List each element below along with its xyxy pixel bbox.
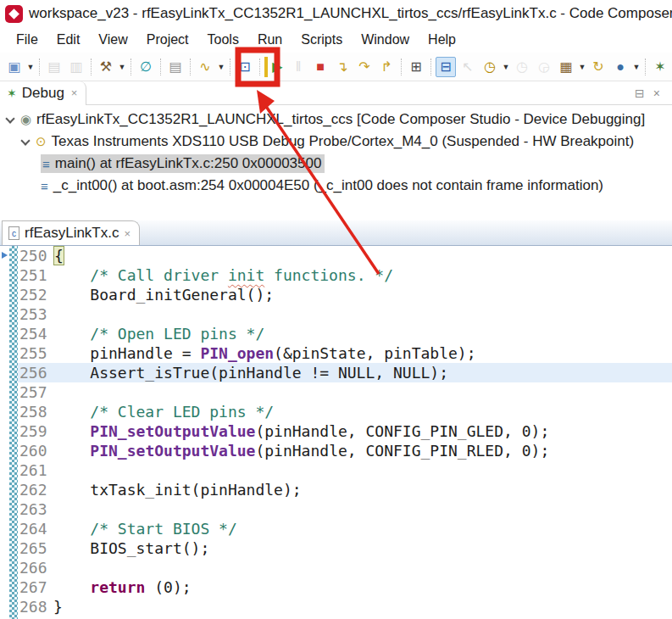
code-body[interactable]: 250{251 /* Call driver init functions. *… [18, 246, 672, 619]
expander-chevron-icon[interactable] [5, 114, 14, 123]
line-text: PIN_setOutputValue(pinHandle, CONFIG_PIN… [53, 421, 549, 441]
restore-dropdown-arrow[interactable]: ▼ [501, 63, 511, 71]
code-line-250[interactable]: 250{ [18, 246, 672, 265]
code-line-254[interactable]: 254 /* Open LED pins */ [18, 324, 672, 343]
line-number: 251 [18, 265, 53, 285]
menu-file[interactable]: File [7, 30, 47, 50]
code-line-263[interactable]: 263 [18, 499, 672, 519]
toolbar-separator [131, 59, 131, 75]
connect-target-icon[interactable]: ⊟ [436, 57, 456, 77]
debug-tab-label: Debug [22, 85, 64, 102]
tab-debug[interactable]: ✶ Debug × [0, 81, 86, 105]
debug-tab-close-icon[interactable]: × [71, 86, 78, 99]
minimize-view-icon[interactable]: ⊟ [635, 86, 645, 100]
step-return-icon[interactable]: ↱ [376, 57, 397, 77]
debug-tree-project[interactable]: ◉rfEasyLinkTx_CC1352R1_LAUNCHXL_tirtos_c… [0, 109, 672, 131]
line-number: 264 [18, 519, 53, 538]
line-text: } [53, 597, 63, 616]
tab-rfeasylinktx-c[interactable]: c rfEasyLinkTx.c × [2, 220, 140, 245]
probe-dropdown-arrow[interactable]: ▼ [216, 63, 226, 71]
debug-tree-probe-icon: ⊙ [36, 134, 47, 149]
reset-icon[interactable]: ↻ [588, 57, 608, 77]
line-text: return (0); [53, 577, 192, 597]
main-toolbar: ▣▼▤▥⚒▼∅▤∿▼⊡▶‖■↴↷↱⊞⊟↖◷▼◷◶▦▼↻●▼✶▼↘ [0, 53, 672, 81]
code-line-259[interactable]: 259 PIN_setOutputValue(pinHandle, CONFIG… [18, 421, 672, 441]
new-project-icon[interactable]: ▣ [4, 57, 25, 77]
line-text: /* Start BIOS */ [53, 519, 237, 538]
toolbar-separator [190, 59, 191, 75]
menu-edit[interactable]: Edit [47, 30, 90, 50]
toolbar-separator [259, 59, 260, 75]
registers-icon[interactable]: ⊞ [406, 57, 426, 77]
code-line-268[interactable]: 268} [18, 597, 672, 616]
editor-tab-close-icon[interactable]: × [124, 227, 131, 240]
menu-view[interactable]: View [89, 30, 136, 50]
new-dropdown-arrow[interactable]: ▼ [25, 63, 36, 71]
debug-tree-frame-main-icon: ≡ [42, 157, 50, 171]
line-number: 266 [18, 558, 53, 577]
code-line-253[interactable]: 253 [18, 304, 672, 324]
core-dropdown-arrow[interactable]: ▼ [631, 63, 641, 71]
menu-tools[interactable]: Tools [198, 30, 248, 50]
code-line-255[interactable]: 255 pinHandle = PIN_open(&pinState, pinT… [18, 343, 672, 363]
menu-help[interactable]: Help [419, 30, 465, 50]
line-text: txTask_init(pinHandle); [53, 480, 302, 499]
core-icon[interactable]: ● [610, 57, 630, 77]
expander-chevron-icon[interactable] [20, 136, 30, 145]
menu-window[interactable]: Window [352, 30, 419, 50]
terminate-icon[interactable]: ■ [310, 57, 330, 77]
menu-project[interactable]: Project [137, 30, 198, 50]
code-line-251[interactable]: 251 /* Call driver init functions. */ [18, 265, 672, 285]
debug-tree-probe[interactable]: ⊙Texas Instruments XDS110 USB Debug Prob… [0, 131, 672, 153]
line-text: pinHandle = PIN_open(&pinState, pinTable… [53, 343, 476, 363]
step-over-icon[interactable]: ↷ [354, 57, 375, 77]
code-line-260[interactable]: 260 PIN_setOutputValue(pinHandle, CONFIG… [18, 441, 672, 460]
line-text: Assert_isTrue(pinHandle != NULL, NULL); [53, 363, 448, 382]
line-number: 268 [18, 597, 53, 616]
debug-tree-frame-main[interactable]: ≡main() at rfEasyLinkTx.c:250 0x00003500 [0, 153, 672, 175]
toolbar-separator [430, 59, 431, 75]
code-line-265[interactable]: 265 BIOS_start(); [18, 538, 672, 558]
menu-scripts[interactable]: Scripts [292, 30, 352, 50]
console-icon[interactable]: ⊡ [235, 57, 255, 77]
code-line-257[interactable]: 257 [18, 382, 672, 402]
editor-tab-strip: c rfEasyLinkTx.c × [0, 220, 672, 246]
show-view-icon[interactable]: ▤ [165, 57, 186, 77]
resume-icon[interactable]: ▶ [264, 57, 286, 77]
debug-bug-icon: ✶ [7, 86, 17, 100]
debug-config-bug-icon[interactable]: ✶ [650, 57, 670, 77]
code-line-261[interactable]: 261 [18, 460, 672, 480]
instruction-pointer-column [0, 246, 9, 619]
code-line-256[interactable]: 256 Assert_isTrue(pinHandle != NULL, NUL… [18, 363, 672, 382]
code-line-266[interactable]: 266 [18, 558, 672, 577]
probe-icon[interactable]: ∿ [195, 57, 215, 77]
line-number: 265 [18, 538, 53, 558]
debug-tree-project-icon: ◉ [20, 112, 31, 127]
debug-tree-frame-cint00-icon: ≡ [41, 179, 48, 193]
debug-launch-icon[interactable]: ∅ [136, 57, 156, 77]
code-line-262[interactable]: 262 txTask_init(pinHandle); [18, 480, 672, 499]
code-line-252[interactable]: 252 Board_initGeneral(); [18, 285, 672, 304]
step-into-icon[interactable]: ↴ [332, 57, 353, 77]
code-editor[interactable]: 250{251 /* Call driver init functions. *… [0, 246, 672, 619]
debug-view-header: ✶ Debug × ⊟ × [0, 81, 672, 105]
restore-context-icon[interactable]: ◷ [480, 57, 500, 77]
save-all-icon: ▥ [66, 57, 86, 77]
build-icon[interactable]: ⚒ [96, 57, 116, 77]
line-text: /* Clear LED pins */ [53, 402, 274, 421]
flash-dropdown-arrow[interactable]: ▼ [577, 63, 587, 71]
line-text: BIOS_start(); [53, 538, 209, 558]
toolbar-separator [645, 59, 646, 75]
debug-tree-frame-cint00[interactable]: ≡_c_int00() at boot.asm:254 0x00004E50 (… [0, 175, 672, 197]
pointer-icon: ↖ [458, 57, 478, 77]
code-line-264[interactable]: 264 /* Start BIOS */ [18, 519, 672, 538]
build-dropdown-arrow[interactable]: ▼ [117, 63, 127, 71]
flash-icon[interactable]: ▦ [556, 57, 576, 77]
code-line-267[interactable]: 267 return (0); [18, 577, 672, 597]
menu-run[interactable]: Run [248, 30, 292, 50]
line-number: 258 [18, 402, 53, 421]
line-number: 259 [18, 421, 53, 441]
line-number: 260 [18, 441, 53, 460]
code-line-258[interactable]: 258 /* Clear LED pins */ [18, 402, 672, 421]
debug-stack-tree: ◉rfEasyLinkTx_CC1352R1_LAUNCHXL_tirtos_c… [0, 105, 672, 220]
